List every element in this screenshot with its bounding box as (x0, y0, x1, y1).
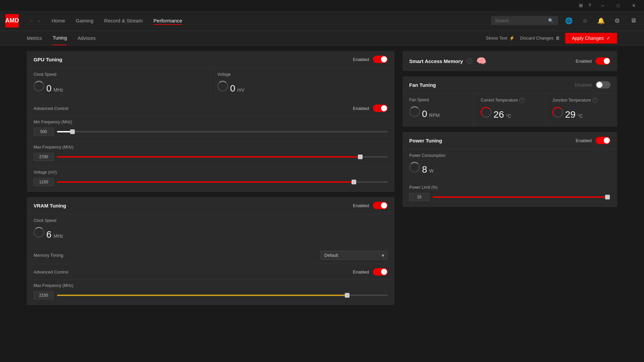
tab-advisors[interactable]: Advisors (77, 32, 96, 45)
subnav-actions: Stress Test ⚡ Discard Changes 🗑 Apply Ch… (486, 33, 617, 44)
gpu-voltage-thumb[interactable] (352, 180, 356, 184)
vram-memory-timing-select[interactable]: Default Fast Faster Fastest (321, 251, 388, 260)
vram-memory-timing-label: Memory Timing (34, 253, 63, 258)
stress-test-icon: ⚡ (509, 36, 515, 41)
power-limit-label: Power Limit (%) (409, 185, 610, 190)
gpu-max-freq-track[interactable] (57, 156, 388, 158)
settings-icon-btn[interactable]: ⚙ (612, 15, 623, 26)
gpu-enabled-label: Enabled (353, 57, 369, 62)
nav-performance[interactable]: Performance (154, 16, 182, 25)
nav-record-stream[interactable]: Record & Stream (104, 16, 143, 25)
tab-tuning[interactable]: Tuning (53, 31, 67, 45)
gpu-clock-speed-section: Clock Speed 0 MHz (27, 68, 211, 101)
gpu-voltage-mv-value[interactable]: 1150 (34, 178, 54, 186)
gpu-max-freq-label: Max Frequency (MHz) (34, 145, 388, 149)
sam-enabled-label: Enabled (576, 59, 592, 64)
power-limit-value[interactable]: 15 (409, 193, 429, 201)
current-temp-info-icon[interactable]: ? (519, 98, 525, 103)
top-navigation: AMD ← → Home Gaming Record & Stream Perf… (0, 11, 644, 31)
screen-icon-btn[interactable]: 🖥 (628, 15, 639, 26)
right-panel: Smart Access Memory ? 🧠 Enabled Fan Tuni… (402, 51, 617, 357)
vram-advanced-toggle-section: Enabled (353, 268, 388, 276)
junction-temp-gauge: 29 °C (552, 104, 610, 123)
star-icon-btn[interactable]: ☆ (580, 15, 590, 26)
close-button[interactable]: ✕ (626, 0, 641, 11)
power-limit-fill (433, 196, 607, 198)
nav-home[interactable]: Home (52, 16, 65, 25)
discard-changes-button[interactable]: Discard Changes 🗑 (520, 36, 560, 41)
gpu-min-freq-track[interactable] (57, 131, 388, 132)
maximize-button[interactable]: □ (610, 0, 626, 11)
vram-clock-value: 6 (46, 229, 52, 240)
junction-temp-label-row: Junction Temperature ? (552, 98, 610, 103)
globe-icon-btn[interactable]: 🌐 (564, 15, 574, 26)
vram-clock-speed-section: Clock Speed 6 MHz (27, 214, 211, 247)
fan-speed-value: 0 (422, 109, 427, 119)
vram-advanced-label: Advanced Control (34, 269, 68, 275)
vram-tuning-header: VRAM Tuning Enabled (27, 197, 394, 214)
back-arrow-icon[interactable]: ← (30, 18, 34, 23)
vram-max-freq-track[interactable] (57, 295, 388, 296)
search-input[interactable] (495, 18, 545, 23)
nav-right: 🔍 🌐 ☆ 🔔 ⚙ 🖥 (491, 15, 639, 26)
vram-max-freq-thumb[interactable] (345, 293, 350, 298)
stress-test-button[interactable]: Stress Test ⚡ (486, 36, 515, 41)
tab-metrics[interactable]: Metrics (27, 32, 42, 45)
sam-info-icon[interactable]: ? (467, 58, 472, 64)
gpu-max-freq-row: 2700 (34, 153, 388, 161)
power-limit-thumb[interactable] (605, 195, 610, 199)
apply-label: Apply Changes (572, 36, 604, 41)
fan-metrics: Fan Speed 0 RPM Current Temperature ? 26 (402, 94, 617, 127)
junction-temp-section: Junction Temperature ? 29 °C (546, 94, 617, 127)
gpu-max-freq-value[interactable]: 2700 (34, 153, 54, 161)
gpu-voltage-row: 1150 (34, 178, 388, 186)
game-icon: ⊞ (579, 3, 583, 8)
gpu-tuning-title: GPU Tuning (34, 57, 62, 62)
gpu-min-freq-value[interactable]: 500 (34, 128, 54, 136)
power-tuning-toggle[interactable] (596, 137, 610, 144)
gpu-clock-unit: MHz (54, 87, 63, 93)
junction-temp-info-icon[interactable]: ? (592, 98, 598, 103)
vram-memory-timing-dropdown[interactable]: Default Fast Faster Fastest ▼ (321, 251, 388, 260)
forward-arrow-icon[interactable]: → (37, 18, 41, 23)
junction-temp-value: 29 (565, 109, 576, 120)
fan-speed-unit: RPM (429, 113, 440, 118)
nav-gaming[interactable]: Gaming (76, 16, 94, 25)
minimize-button[interactable]: ─ (595, 0, 610, 11)
titlebar: ⊞ ? ─ □ ✕ (0, 0, 644, 11)
power-consumption-section: Power Consumption 8 W (402, 149, 617, 182)
fan-speed-gauge: 0 RPM (409, 104, 467, 122)
discard-label: Discard Changes (520, 36, 553, 41)
sam-title: Smart Access Memory (409, 58, 463, 64)
fan-disabled-label: Disabled (575, 82, 592, 87)
current-temp-label-row: Current Temperature ? (481, 98, 538, 103)
search-icon: 🔍 (548, 18, 553, 23)
vram-tuning-toggle[interactable] (373, 202, 388, 209)
gpu-tuning-card: GPU Tuning Enabled Clock Speed 0 MHz Vol… (27, 51, 394, 192)
power-dial (409, 162, 420, 173)
apply-changes-button[interactable]: Apply Changes ✓ (565, 33, 617, 44)
vram-advanced-toggle[interactable] (373, 268, 388, 276)
bell-icon-btn[interactable]: 🔔 (596, 15, 606, 26)
sub-navigation: Metrics Tuning Advisors Stress Test ⚡ Di… (0, 31, 644, 46)
power-limit-track[interactable] (433, 196, 610, 198)
power-limit-slider-container: Power Limit (%) 15 (402, 182, 617, 207)
gpu-voltage-track[interactable] (57, 181, 388, 183)
search-box[interactable]: 🔍 (491, 16, 558, 25)
fan-speed-label: Fan Speed (409, 98, 467, 102)
current-temp-section: Current Temperature ? 26 °C (474, 94, 545, 127)
sam-toggle[interactable] (596, 57, 610, 65)
gpu-tuning-toggle[interactable] (373, 56, 388, 63)
gpu-min-freq-thumb[interactable] (70, 129, 75, 134)
fan-tuning-header: Fan Tuning Disabled (402, 76, 617, 94)
gpu-clock-value: 0 (46, 83, 52, 94)
vram-tuning-title: VRAM Tuning (34, 203, 66, 208)
fan-tuning-title: Fan Tuning (409, 82, 436, 88)
nav-arrows: ← → (30, 18, 41, 23)
junction-temp-label: Junction Temperature (552, 98, 591, 103)
gpu-advanced-toggle[interactable] (373, 105, 388, 112)
gpu-max-freq-thumb[interactable] (358, 155, 363, 159)
vram-max-freq-value[interactable]: 2150 (34, 291, 54, 299)
gpu-advanced-enabled-label: Enabled (353, 106, 369, 111)
fan-tuning-toggle[interactable] (596, 81, 610, 88)
